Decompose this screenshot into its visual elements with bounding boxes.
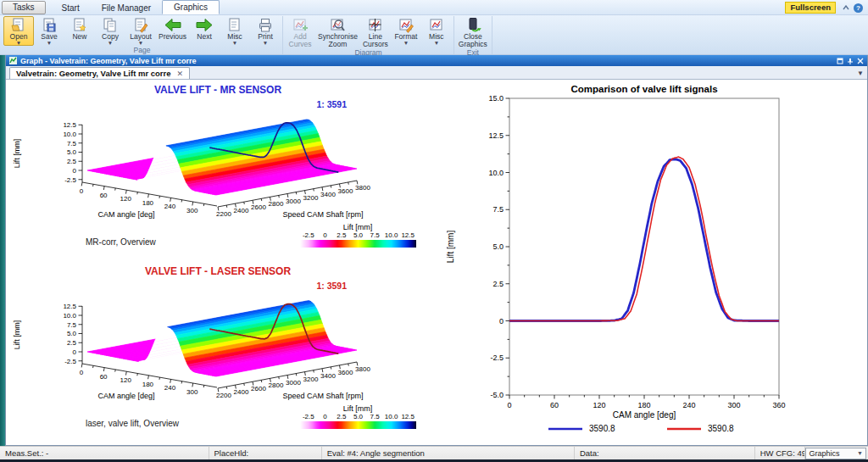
axis-tick-label: 2.5 — [492, 280, 504, 288]
ribbon-button-layout[interactable]: Layout▼ — [125, 16, 156, 46]
graph-window-title: Graph - Valvetrain: Geometry, Valve Lift… — [20, 57, 833, 65]
close-tab-icon[interactable]: ✕ — [177, 70, 184, 78]
ribbon-tab-graphics[interactable]: Graphics — [162, 0, 220, 14]
ribbon-button-label: Previous — [159, 33, 186, 41]
status-field-3: Data: — [575, 447, 755, 459]
arrow-left-icon — [163, 17, 183, 33]
ribbon: Open▼Save▼NewCopy▼Layout▼PreviousNextMis… — [0, 15, 868, 55]
lift-axis-label: Lift [mm] — [13, 320, 21, 350]
mode-select[interactable]: Graphics ▼ — [805, 448, 866, 459]
fullscreen-button[interactable]: Fullscreen — [785, 2, 836, 14]
colorbar-gradient — [300, 421, 416, 429]
axis-tick-label: 10.0 — [385, 231, 398, 239]
axis-tick-label: 2600 — [251, 385, 266, 392]
graph-window-icon — [9, 57, 17, 64]
axis-tick-label: 180 — [142, 199, 154, 207]
speed-axis-label: Speed CAM Shaft [rpm] — [282, 392, 363, 400]
plot-title: VALVE LIFT - LASER SENSOR — [145, 265, 292, 277]
axis-tick-label: 5.0 — [353, 413, 364, 420]
axis-tick-label: 240 — [682, 401, 695, 409]
ribbon-button-label: AddCurves — [289, 33, 312, 47]
close-window-icon[interactable] — [857, 58, 864, 64]
ribbon-button-synchronise-zoom[interactable]: SynchroniseZoom — [315, 16, 360, 48]
zoom-chart-icon — [329, 17, 346, 33]
axis-tick-label: 5.0 — [67, 148, 77, 156]
series-line-3590.8 — [509, 159, 779, 321]
ribbon-button-format[interactable]: Format▼ — [391, 16, 421, 46]
axis-tick-label: 0 — [507, 401, 511, 409]
axis-tick-label: 2.5 — [67, 339, 77, 347]
axis-tick-label: 10.0 — [385, 413, 398, 420]
ribbon-tab-file-manager[interactable]: File Manager — [91, 2, 162, 14]
window-position-icon[interactable] — [837, 58, 843, 64]
axis-tick-label: 120 — [120, 376, 132, 384]
dropdown-arrow-icon: ▼ — [263, 41, 268, 45]
axis-tick-label: 10.0 — [63, 131, 76, 138]
ribbon-button-label: Next — [197, 33, 211, 41]
plot-title: VALVE LIFT - MR SENSOR — [154, 84, 282, 96]
axis-tick-label: 2.5 — [337, 231, 347, 239]
ribbon-tab-start[interactable]: Start — [51, 2, 91, 14]
ribbon-button-next[interactable]: Next — [189, 16, 220, 42]
axis-tick-label: 7.5 — [370, 231, 381, 239]
axis-tick-label: 12.5 — [488, 131, 504, 140]
minimize-ribbon-icon[interactable] — [841, 3, 851, 13]
axis-tick-label: 10.0 — [63, 312, 76, 320]
chart-pencil-icon — [398, 17, 415, 33]
ribbon-button-misc[interactable]: Misc▼ — [421, 16, 452, 46]
ribbon-button-misc[interactable]: Misc▼ — [220, 16, 250, 46]
status-bar: Meas.Set.: -PlaceHld:Eval: #4: Angle seg… — [0, 446, 868, 459]
axis-tick-label: 60 — [100, 373, 108, 381]
tasks-menu-button[interactable]: Tasks — [2, 1, 46, 14]
ribbon-button-add-curves: AddCurves — [285, 16, 315, 48]
ribbon-group-page: Open▼Save▼NewCopy▼Layout▼PreviousNextMis… — [2, 16, 283, 54]
axis-tick-label: 0 — [323, 231, 327, 239]
ribbon-button-copy[interactable]: Copy▼ — [95, 16, 125, 46]
document-tab[interactable]: Valvetrain: Geometry, Valve Lift mr corr… — [9, 67, 190, 79]
help-icon[interactable]: ? — [854, 3, 863, 13]
y-axis-label: Lift [mm] — [447, 231, 455, 264]
axis-tick-label: 300 — [186, 388, 198, 396]
status-field-0: Meas.Set.: - — [0, 447, 209, 459]
dropdown-arrow-icon: ▼ — [403, 41, 409, 45]
dropdown-arrow-icon: ▼ — [47, 41, 52, 45]
x-axis-label: CAM angle [deg] — [613, 410, 676, 420]
axis-tick-label: 240 — [164, 384, 176, 392]
axis-tick-label: 12.5 — [63, 303, 76, 310]
plot-content-area: VALVE LIFT - MR SENSOR1: 359112.510.07.5… — [6, 80, 867, 445]
chevron-down-icon[interactable]: ▼ — [857, 70, 864, 77]
graph-window-titlebar: Graph - Valvetrain: Geometry, Valve Lift… — [6, 55, 867, 66]
axis-tick-label: 2800 — [269, 200, 284, 208]
axis-tick-label: 180 — [637, 401, 650, 409]
axis-tick-label: 0 — [73, 167, 77, 175]
axis-tick-label: 2.5 — [337, 413, 347, 420]
axis-tick-label: 0 — [80, 369, 84, 376]
axis-tick-label: 60 — [100, 192, 108, 199]
status-field-2: Eval: #4: Angle segmention — [322, 447, 575, 459]
ribbon-button-print[interactable]: Print▼ — [250, 16, 281, 46]
axis-tick-label: 15.0 — [488, 94, 504, 103]
axis-tick-label: -2.5 — [64, 358, 76, 365]
axis-tick-label: 0 — [323, 413, 327, 420]
ribbon-button-label: CloseGraphics — [459, 33, 487, 47]
ribbon-button-close-graphics[interactable]: CloseGraphics — [456, 16, 490, 48]
axis-tick-label: 120 — [120, 195, 132, 203]
cam-axis-label: CAM angle [deg] — [97, 392, 154, 400]
ribbon-button-save[interactable]: Save▼ — [34, 16, 64, 46]
ribbon-button-previous[interactable]: Previous — [156, 16, 189, 42]
axis-tick-label: 5.0 — [492, 242, 504, 251]
axis-tick-label: 12.5 — [401, 231, 415, 239]
application-window: Tasks StartFile ManagerGraphics Fullscre… — [0, 0, 868, 462]
axis-tick-label: 7.5 — [492, 205, 504, 214]
axis-tick-label: 5.0 — [67, 330, 77, 337]
axis-tick-label: 300 — [727, 401, 740, 409]
colorbar-title: Lift [mm] — [343, 223, 373, 231]
ribbon-button-open[interactable]: Open▼ — [3, 16, 34, 46]
ribbon-button-line-cursors[interactable]: LineCursors — [360, 16, 391, 48]
axis-tick-label: -2.5 — [303, 413, 314, 420]
pin-icon[interactable] — [847, 58, 854, 64]
axis-tick-label: 0 — [80, 187, 84, 195]
ribbon-button-new[interactable]: New — [64, 16, 95, 42]
layout-pencil-icon — [132, 17, 149, 33]
mode-select-label: Graphics — [809, 449, 839, 458]
